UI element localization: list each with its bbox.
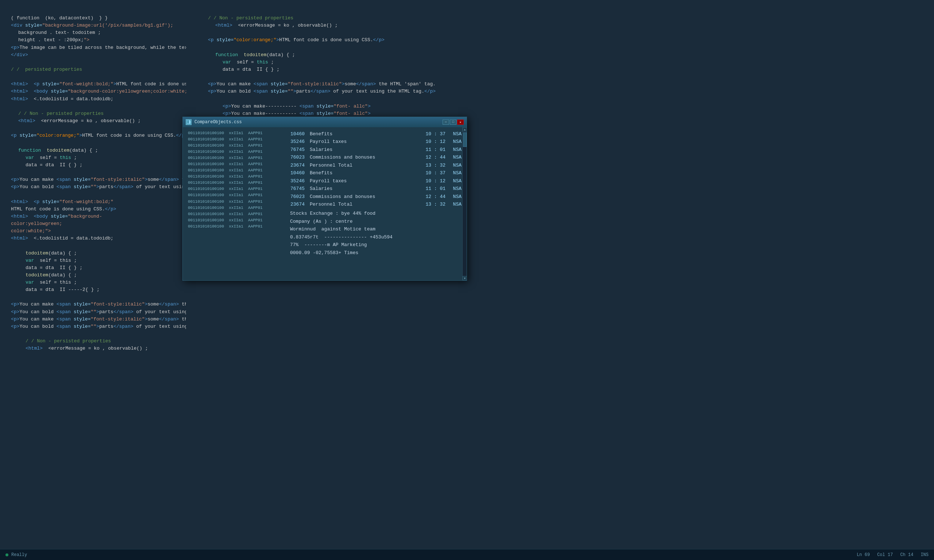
code-line: <p>You can make----------- <span style="… (208, 110, 927, 117)
table-row: 23674 Personnel Total 13 : 32 NSA (290, 200, 462, 208)
code-line: var self = this ; (11, 154, 179, 162)
status-left-section: Really (5, 552, 27, 557)
modal-maximize-button[interactable]: □ (450, 120, 456, 125)
code-line: function todoitem(data) { ; (11, 147, 179, 154)
code-line: <p>You can bold <span style="">parts</sp… (208, 88, 927, 95)
code-line: <html> <.todolistid = data.todoidb; (11, 235, 179, 242)
status-mode: INS (920, 552, 929, 557)
table-row: 76023 Commissions and bonuses 12 : 44 NS… (290, 154, 462, 161)
modal-content-area: 001101010100100 xxIIa1 AAPP01 0011010101… (183, 127, 467, 280)
svg-rect-0 (187, 120, 190, 124)
table-row: 76745 Salaries 11 : 01 NSA (290, 185, 462, 192)
scrollbar-thumb[interactable] (463, 132, 467, 147)
code-line: data = dta II { } ; (208, 66, 927, 73)
modal-left-column: 001101010100100 xxIIa1 AAPP01 0011010101… (188, 130, 290, 277)
status-bar: Really Ln 69 Col 17 Ch 14 INS (0, 549, 934, 560)
code-line: color:white;"> (11, 228, 179, 235)
code-line: <div style="background-image:url('/pix/s… (11, 22, 179, 29)
scrollbar-down-arrow[interactable]: ▼ (462, 276, 467, 280)
code-line: <p>You can make <span style="font-style:… (11, 301, 179, 308)
code-line: <p>You can bold <span style="">parts</sp… (11, 323, 179, 330)
status-ch-number: Ch 14 (900, 552, 913, 557)
code-line: <html> <.todolistid = data.todoidb; (11, 95, 179, 103)
code-line: <p>You can bold <span style="">parts</sp… (11, 308, 179, 316)
code-line: / / Non - persisted properties (11, 110, 179, 117)
code-line: function todoitem(data) { ; (208, 51, 927, 59)
status-indicator-dot (5, 554, 8, 556)
code-line: todoitem(data) { ; (11, 250, 179, 257)
list-item: 0000.09 -02,75583+ Times (290, 249, 462, 257)
code-line: <html> <p style="font-weight:bold;">HTML… (11, 81, 179, 88)
code-line: <p>You can make <span style="font-style:… (11, 316, 179, 323)
code-line: <html> <body style="background-color:yel… (11, 88, 179, 95)
code-line: var self = this ; (11, 279, 179, 286)
code-line: </div> (11, 51, 179, 59)
code-line: / / Non - persisted properties (11, 338, 179, 345)
code-line: background . text- todoitem ; (11, 29, 179, 37)
status-plugin-name: Really (11, 552, 27, 557)
modal-scrollbar[interactable]: ▲ ▼ (462, 127, 467, 280)
code-line: data = dta II -----2{ } ; (11, 286, 179, 294)
code-line: <p>You can bold <span style="">parts</sp… (11, 183, 179, 191)
code-line: data = dta II { } ; (11, 264, 179, 272)
code-line: HTML font code is done using CSS.</p> (11, 206, 179, 213)
modal-data-table: 10460 Benefits 10 : 37 NSA 35246 Payroll… (290, 130, 462, 208)
status-right-section: Ln 69 Col 17 Ch 14 INS (857, 552, 929, 557)
code-line: todoitem(data) { ; (11, 272, 179, 279)
code-line: <html> <p style="font-weight:bold;" (11, 198, 179, 206)
code-line: <p>You can make <span style="font-style:… (11, 176, 179, 183)
code-line: <html> <body style="background- (11, 213, 179, 220)
modal-control-buttons: ─ □ ✕ (442, 120, 464, 125)
modal-title-area: CompareObjects.css (186, 119, 242, 125)
code-line: data = dta II { } ; (11, 162, 179, 169)
list-item: Stocks Exchange : bye 44% food (290, 210, 462, 217)
modal-left-data: 001101010100100 xxIIa1 AAPP01 0011010101… (188, 130, 290, 230)
list-item: Company (As ) : centre (290, 218, 462, 225)
table-row: 10460 Benefits 10 : 37 NSA (290, 130, 462, 138)
code-line-persisted-properties: / / persisted properties (11, 66, 179, 73)
code-line: <p>The image can be tiled across the bac… (11, 44, 179, 51)
table-row: 23674 Personnel Total 13 : 32 NSA (290, 162, 462, 169)
left-editor-pane: ( function (ko, datacontext) } } <div st… (0, 0, 186, 549)
code-line: / / Non - persisted properties (208, 15, 927, 22)
table-row: 76745 Salaries 11 : 01 NSA (290, 146, 462, 154)
code-line: var self = this ; (208, 59, 927, 66)
modal-file-icon (186, 119, 191, 125)
status-line-number: Ln 69 (857, 552, 870, 557)
code-line: <html> <errorMessage = ko , observable()… (11, 117, 179, 125)
modal-title-text: CompareObjects.css (194, 120, 242, 125)
code-line: color:yellowgreen; (11, 220, 179, 228)
code-line: var self = this ; (11, 257, 179, 264)
editor-container: ( function (ko, datacontext) } } <div st… (0, 0, 934, 549)
code-line: <p>You can make----------- <span style="… (208, 103, 927, 110)
list-item: 0.83745r7t --------------- +453u594 (290, 233, 462, 241)
code-line: <p>You can make <span style="font-style:… (208, 81, 927, 88)
code-line: ( function (ko, datacontext) } } (11, 15, 179, 22)
table-row: 35246 Payroll taxes 10 : 12 NSA (290, 138, 462, 145)
list-item: Worminnud against Motice team (290, 225, 462, 233)
table-row: 76023 Commissions and bonuses 12 : 44 NS… (290, 193, 462, 200)
status-column-number: Col 17 (877, 552, 893, 557)
code-line: height . text - :200px;"> (11, 37, 179, 44)
list-item: 77% --------m AP Marketing (290, 241, 462, 249)
table-row: 35246 Payroll taxes 10 : 12 NSA (290, 177, 462, 185)
modal-minimize-button[interactable]: ─ (442, 120, 449, 125)
compare-objects-modal[interactable]: CompareObjects.css ─ □ ✕ 001101010100100… (182, 117, 467, 281)
code-line: <html> <errorMessage = ko , observable()… (208, 22, 927, 29)
code-line: <p style="color:orange;">HTML font code … (208, 37, 927, 44)
modal-extra-lines: Stocks Exchange : bye 44% foodCompany (A… (290, 210, 462, 257)
table-row: 10460 Benefits 10 : 37 NSA (290, 169, 462, 177)
modal-close-button[interactable]: ✕ (457, 120, 464, 125)
modal-titlebar: CompareObjects.css ─ □ ✕ (183, 117, 467, 127)
scrollbar-up-arrow[interactable]: ▲ (462, 127, 467, 132)
modal-right-column: 10460 Benefits 10 : 37 NSA 35246 Payroll… (290, 130, 462, 277)
code-line: <html> <errorMessage = ko , observable()… (11, 345, 179, 352)
code-line: <p style="color:orange;">HTML font code … (11, 132, 179, 139)
